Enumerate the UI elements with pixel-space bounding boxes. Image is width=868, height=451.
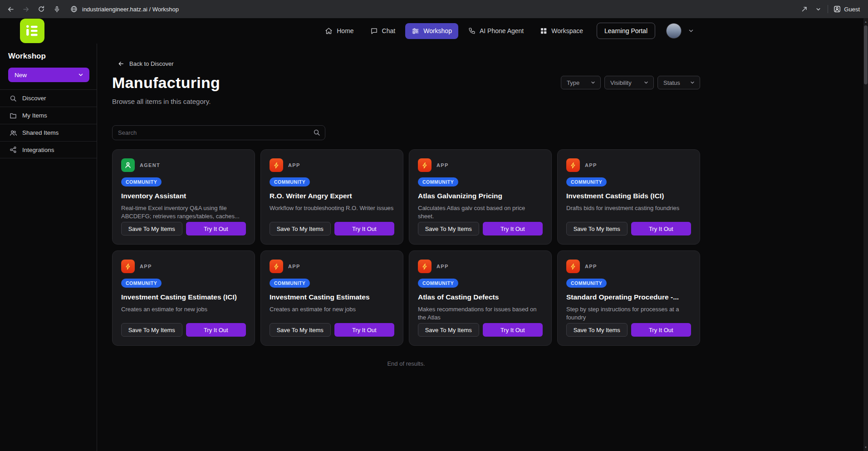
- chevron-down-icon: [590, 80, 596, 85]
- sidebar-item-my-items[interactable]: My Items: [0, 107, 97, 124]
- sidebar-item-discover[interactable]: Discover: [0, 89, 97, 107]
- back-to-discover-link[interactable]: Back to Discover: [118, 60, 174, 67]
- chevron-down-icon: [643, 80, 649, 85]
- back-icon[interactable]: [6, 5, 15, 13]
- page-subtitle: Browse all items in this category.: [112, 98, 700, 105]
- card-title: Standard Operating Procedure -...: [566, 293, 691, 301]
- learning-portal-button[interactable]: Learning Portal: [597, 23, 655, 39]
- sidebar-item-shared-items[interactable]: Shared Items: [0, 124, 97, 141]
- item-card: AGENT COMMUNITY Inventory Assistant Real…: [112, 149, 255, 245]
- person-icon: [834, 5, 841, 13]
- try-it-out-button[interactable]: Try It Out: [186, 222, 246, 235]
- sidebar-item-label: Discover: [22, 95, 46, 102]
- integrations-icon: [10, 146, 17, 153]
- avatar-chevron-down-icon[interactable]: [688, 28, 694, 34]
- search-input[interactable]: [112, 125, 325, 140]
- card-type-label: APP: [288, 162, 300, 168]
- card-description: Calculates Atlas galv cost based on pric…: [418, 204, 543, 221]
- save-to-my-items-button[interactable]: Save To My Items: [270, 222, 331, 235]
- user-avatar[interactable]: [666, 23, 682, 39]
- visibility-filter-select[interactable]: Visibility: [604, 76, 654, 89]
- item-card: APP COMMUNITY R.O. Writer Angry Expert W…: [260, 149, 403, 245]
- app-logo[interactable]: [20, 19, 44, 43]
- community-badge: COMMUNITY: [121, 279, 162, 288]
- community-badge: COMMUNITY: [418, 177, 458, 186]
- filter-label: Status: [663, 79, 680, 86]
- scroll-down-icon[interactable]: ▼: [863, 445, 868, 450]
- search-icon[interactable]: [313, 129, 320, 138]
- item-card: APP COMMUNITY Standard Operating Procedu…: [557, 250, 700, 346]
- chat-icon: [370, 27, 378, 35]
- users-icon: [10, 129, 17, 137]
- filters: Type Visibility Status: [561, 76, 700, 89]
- page-title: Manufacturing: [112, 74, 220, 92]
- card-header: APP: [270, 158, 394, 172]
- try-it-out-button[interactable]: Try It Out: [334, 323, 395, 337]
- scrollbar[interactable]: ▲ ▼: [863, 18, 868, 451]
- chevron-down-icon: [690, 80, 695, 85]
- community-badge: COMMUNITY: [270, 279, 310, 288]
- new-button[interactable]: New: [8, 68, 89, 82]
- save-to-my-items-button[interactable]: Save To My Items: [566, 323, 628, 337]
- card-actions: Save To My Items Try It Out: [418, 323, 543, 337]
- save-to-my-items-button[interactable]: Save To My Items: [418, 323, 479, 337]
- card-title: Inventory Assistant: [121, 192, 246, 200]
- card-actions: Save To My Items Try It Out: [270, 222, 394, 235]
- item-card: APP COMMUNITY Atlas of Casting Defects M…: [409, 250, 552, 346]
- app-icon: [121, 260, 135, 273]
- address-bar[interactable]: industrialengineer.hatz.ai / Workshop: [70, 5, 179, 13]
- card-description: Creates an estimate for new jobs: [270, 305, 394, 314]
- try-it-out-button[interactable]: Try It Out: [631, 323, 691, 337]
- nav-item-ai-phone-agent[interactable]: AI Phone Agent: [462, 23, 530, 39]
- card-description: Workflow for troubleshooting R.O. Writer…: [270, 204, 394, 212]
- card-type-label: APP: [436, 162, 449, 168]
- card-title: Investment Casting Estimates: [270, 293, 394, 301]
- nav-label: AI Phone Agent: [480, 27, 524, 34]
- card-header: AGENT: [121, 158, 246, 172]
- type-filter-select[interactable]: Type: [561, 76, 601, 89]
- microphone-icon[interactable]: [53, 5, 61, 13]
- chevron-down-icon: [78, 72, 84, 78]
- chevron-down-icon[interactable]: [814, 5, 822, 13]
- url-text: industrialengineer.hatz.ai / Workshop: [82, 6, 179, 13]
- card-description: Drafts bids for investment casting found…: [566, 204, 691, 212]
- try-it-out-button[interactable]: Try It Out: [483, 323, 543, 337]
- save-to-my-items-button[interactable]: Save To My Items: [121, 323, 182, 337]
- item-card: APP COMMUNITY Investment Casting Bids (I…: [557, 149, 700, 245]
- nav-item-workshop[interactable]: Workshop: [405, 23, 458, 39]
- forward-icon[interactable]: [22, 5, 30, 13]
- workspace-grid-icon: [540, 27, 547, 34]
- community-badge: COMMUNITY: [566, 279, 607, 288]
- reload-icon[interactable]: [37, 5, 45, 13]
- status-filter-select[interactable]: Status: [657, 76, 700, 89]
- try-it-out-button[interactable]: Try It Out: [483, 222, 543, 235]
- guest-profile-chip[interactable]: Guest: [834, 5, 860, 13]
- save-to-my-items-button[interactable]: Save To My Items: [270, 323, 331, 337]
- app-icon: [270, 158, 283, 172]
- sidebar-item-integrations[interactable]: Integrations: [0, 141, 97, 158]
- nav-item-home[interactable]: Home: [319, 23, 360, 39]
- community-badge: COMMUNITY: [418, 279, 458, 288]
- community-badge: COMMUNITY: [121, 177, 162, 186]
- filter-label: Visibility: [610, 79, 632, 86]
- workshop-icon: [412, 27, 419, 35]
- try-it-out-button[interactable]: Try It Out: [631, 222, 691, 235]
- try-it-out-button[interactable]: Try It Out: [186, 323, 246, 337]
- nav-item-workspace[interactable]: Workspace: [534, 23, 589, 39]
- try-it-out-button[interactable]: Try It Out: [334, 222, 395, 235]
- nav-item-chat[interactable]: Chat: [364, 23, 402, 39]
- app-icon: [566, 158, 580, 172]
- ie-logo-icon: [25, 24, 39, 38]
- scroll-up-icon[interactable]: ▲: [863, 19, 868, 25]
- save-to-my-items-button[interactable]: Save To My Items: [566, 222, 628, 235]
- sidebar-item-label: My Items: [22, 112, 47, 119]
- scrollbar-thumb[interactable]: [864, 25, 868, 84]
- card-description: Creates an estimate for new jobs: [121, 305, 246, 314]
- save-to-my-items-button[interactable]: Save To My Items: [121, 222, 182, 235]
- save-to-my-items-button[interactable]: Save To My Items: [418, 222, 479, 235]
- community-badge: COMMUNITY: [270, 177, 310, 186]
- card-actions: Save To My Items Try It Out: [566, 222, 691, 235]
- agent-icon: [121, 158, 135, 172]
- guest-label: Guest: [844, 6, 860, 13]
- share-arrow-icon[interactable]: [800, 5, 809, 13]
